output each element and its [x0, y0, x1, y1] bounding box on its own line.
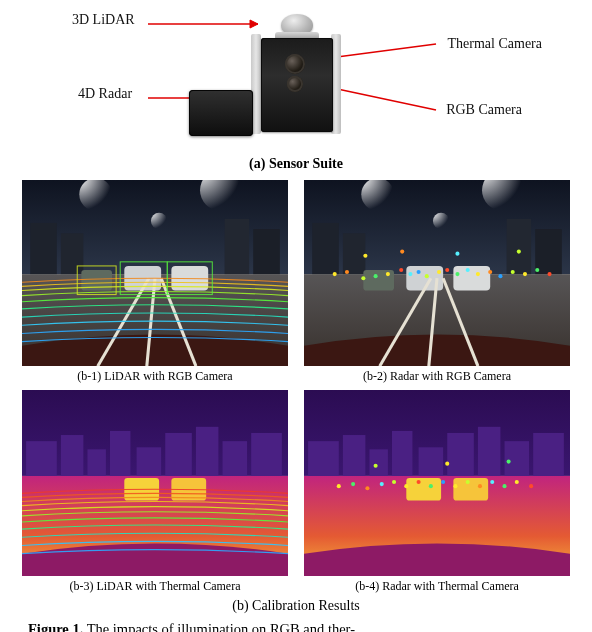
- radar-box-icon: [189, 90, 253, 136]
- svg-point-53: [535, 268, 539, 272]
- svg-point-36: [345, 270, 349, 274]
- svg-rect-68: [223, 441, 248, 476]
- svg-rect-74: [308, 441, 339, 476]
- rgb-lens-icon: [287, 76, 303, 92]
- svg-point-92: [429, 484, 433, 488]
- calibration-grid: (b-1) LiDAR with RGB Camera: [22, 180, 570, 594]
- svg-rect-83: [406, 478, 441, 501]
- svg-point-57: [517, 250, 521, 254]
- svg-rect-80: [478, 427, 501, 476]
- svg-point-90: [404, 484, 408, 488]
- svg-rect-67: [196, 427, 219, 476]
- svg-point-50: [498, 274, 502, 278]
- svg-point-86: [351, 482, 355, 486]
- svg-point-51: [511, 270, 515, 274]
- svg-point-44: [437, 270, 441, 274]
- panel-b4-caption: (b-4) Radar with Thermal Camera: [304, 579, 570, 594]
- panel-b3-wrap: (b-3) LiDAR with Thermal Camera: [22, 390, 288, 594]
- svg-point-96: [478, 484, 482, 488]
- svg-point-89: [392, 480, 396, 484]
- svg-point-16: [151, 213, 167, 229]
- panel-b2-radar-rgb: [304, 180, 570, 366]
- svg-rect-25: [312, 223, 339, 274]
- svg-rect-61: [26, 441, 57, 476]
- svg-point-85: [337, 484, 341, 488]
- svg-rect-75: [343, 435, 366, 476]
- label-4d-radar: 4D Radar: [78, 86, 132, 102]
- svg-point-35: [333, 272, 337, 276]
- svg-rect-11: [61, 233, 84, 274]
- thermal-lens-icon: [285, 54, 305, 74]
- svg-point-54: [547, 272, 551, 276]
- panel-b4-radar-thermal: [304, 390, 570, 576]
- figure-number: Figure 1.: [28, 621, 83, 632]
- svg-rect-65: [137, 447, 162, 476]
- svg-point-42: [417, 270, 421, 274]
- sensor-suite-diagram: 3D LiDAR 4D Radar Thermal Camera RGB Cam…: [22, 6, 570, 154]
- svg-point-102: [445, 462, 449, 466]
- svg-point-88: [380, 482, 384, 486]
- svg-point-39: [386, 272, 390, 276]
- svg-rect-63: [87, 450, 105, 477]
- svg-rect-28: [535, 229, 562, 274]
- svg-rect-10: [30, 223, 57, 274]
- svg-point-100: [529, 484, 533, 488]
- calibration-title: (b) Calibration Results: [22, 598, 570, 614]
- svg-point-103: [507, 460, 511, 464]
- sensor-suite-caption: (a) Sensor Suite: [22, 156, 570, 172]
- svg-point-46: [455, 272, 459, 276]
- label-rgb-camera: RGB Camera: [446, 102, 522, 118]
- panel-b3-caption: (b-3) LiDAR with Thermal Camera: [22, 579, 288, 594]
- panel-b4-wrap: (b-4) Radar with Thermal Camera: [304, 390, 570, 594]
- svg-point-47: [466, 268, 470, 272]
- sensor-device: [237, 12, 355, 144]
- figure-container: 3D LiDAR 4D Radar Thermal Camera RGB Cam…: [0, 0, 592, 632]
- svg-rect-33: [453, 266, 490, 291]
- svg-point-55: [363, 254, 367, 258]
- svg-rect-66: [165, 433, 192, 476]
- figure-caption-text: The impacts of illumination on RGB and t…: [83, 621, 355, 632]
- panel-b3-lidar-thermal: [22, 390, 288, 576]
- svg-rect-69: [251, 433, 282, 476]
- svg-point-98: [502, 484, 506, 488]
- svg-point-37: [361, 276, 365, 280]
- svg-point-52: [523, 272, 527, 276]
- svg-rect-84: [453, 478, 488, 501]
- label-3d-lidar: 3D LiDAR: [72, 12, 135, 28]
- panel-b1-wrap: (b-1) LiDAR with RGB Camera: [22, 180, 288, 384]
- svg-rect-78: [419, 447, 444, 476]
- panel-b2-caption: (b-2) Radar with RGB Camera: [304, 369, 570, 384]
- svg-rect-26: [343, 233, 366, 274]
- svg-point-41: [408, 272, 412, 276]
- svg-rect-62: [61, 435, 84, 476]
- label-thermal-camera: Thermal Camera: [448, 36, 542, 52]
- svg-point-38: [374, 274, 378, 278]
- svg-rect-64: [110, 431, 130, 476]
- svg-point-95: [466, 480, 470, 484]
- svg-point-91: [417, 480, 421, 484]
- svg-point-49: [488, 270, 492, 274]
- svg-rect-12: [225, 219, 250, 274]
- svg-rect-79: [447, 433, 474, 476]
- svg-point-99: [515, 480, 519, 484]
- svg-rect-81: [505, 441, 530, 476]
- svg-rect-13: [253, 229, 280, 274]
- svg-point-31: [433, 213, 449, 229]
- svg-point-87: [365, 486, 369, 490]
- svg-point-45: [445, 268, 449, 272]
- svg-rect-76: [369, 450, 387, 477]
- svg-point-94: [453, 484, 457, 488]
- svg-rect-77: [392, 431, 412, 476]
- svg-point-43: [425, 274, 429, 278]
- svg-point-97: [490, 480, 494, 484]
- svg-point-40: [399, 268, 403, 272]
- svg-point-48: [476, 272, 480, 276]
- figure-caption: Figure 1. The impacts of illumination on…: [28, 620, 564, 632]
- svg-rect-27: [507, 219, 532, 274]
- svg-rect-82: [533, 433, 564, 476]
- svg-point-58: [400, 250, 404, 254]
- panel-b2-wrap: (b-2) Radar with RGB Camera: [304, 180, 570, 384]
- panel-b1-lidar-rgb: [22, 180, 288, 366]
- panel-b1-caption: (b-1) LiDAR with RGB Camera: [22, 369, 288, 384]
- svg-point-101: [374, 464, 378, 468]
